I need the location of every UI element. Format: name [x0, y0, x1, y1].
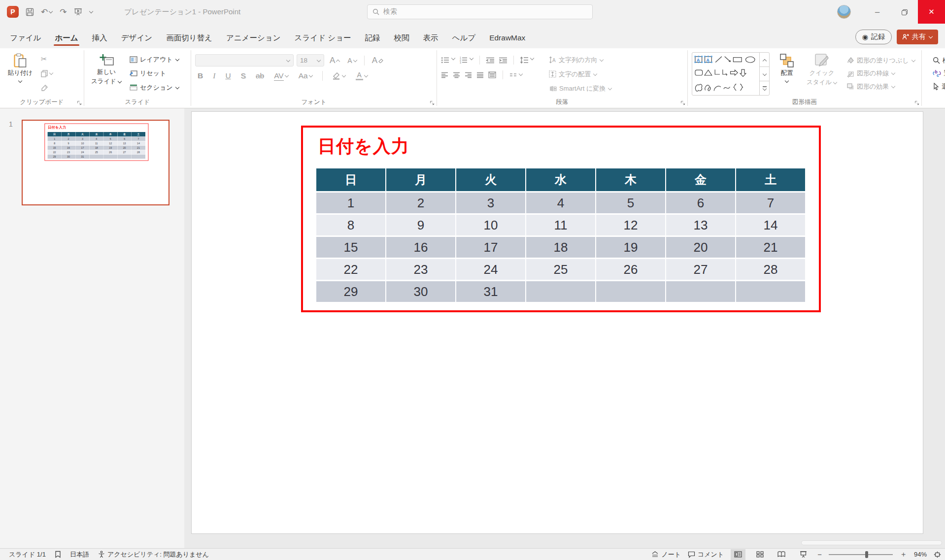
shapes-scroll-up[interactable] [760, 53, 769, 67]
character-spacing-button[interactable]: AV [271, 71, 291, 81]
font-color-button[interactable]: A [353, 71, 371, 81]
font-size-combo[interactable]: 18 [297, 54, 324, 66]
ribbon-tab-10[interactable]: ヘルプ [445, 28, 483, 48]
fit-to-window-button[interactable] [934, 551, 941, 558]
share-button[interactable]: 共有 [897, 30, 938, 44]
format-painter-button[interactable] [39, 82, 55, 94]
zoom-in-button[interactable]: ＋ [900, 550, 907, 559]
customize-qat-icon[interactable] [89, 10, 93, 14]
quick-styles-button[interactable]: クイック スタイル [804, 51, 840, 97]
align-center-button[interactable] [453, 72, 460, 78]
text-direction-button[interactable]: A 文字列の方向 [547, 54, 614, 66]
spell-check-icon[interactable] [55, 551, 61, 558]
bold-button[interactable]: B [195, 71, 205, 81]
start-slideshow-icon[interactable] [74, 8, 82, 16]
zoom-out-button[interactable]: − [817, 550, 822, 559]
slideshow-view-button[interactable] [796, 549, 810, 560]
text-shadow-button[interactable]: S [238, 71, 248, 81]
ribbon-tab-1[interactable]: ホーム [48, 28, 85, 48]
underline-button[interactable]: U [223, 71, 233, 81]
horizontal-scrollbar[interactable] [801, 540, 942, 545]
bullet-list-icon [441, 57, 449, 64]
ribbon-tab-0[interactable]: ファイル [3, 28, 48, 48]
copy-button[interactable] [39, 67, 55, 79]
justify-button[interactable] [476, 72, 484, 78]
ribbon-tab-6[interactable]: スライド ショー [288, 28, 358, 48]
decrease-indent-button[interactable] [486, 57, 495, 64]
arrange-button[interactable]: 配置 [772, 51, 802, 97]
slide-thumbnail[interactable]: 日付を入力 日月火水木金土123456789101112131415161718… [22, 120, 169, 205]
align-text-button[interactable]: 文字の配置 [547, 68, 614, 80]
columns-button[interactable] [509, 72, 523, 77]
clipboard-dialog-launcher[interactable] [77, 100, 82, 105]
select-button[interactable]: 選択 [931, 80, 945, 93]
shape-fill-button[interactable]: 図形の塗りつぶし [844, 54, 917, 66]
font-name-combo[interactable] [195, 54, 294, 66]
distribute-text-button[interactable] [488, 71, 496, 78]
align-right-button[interactable] [465, 72, 472, 78]
line-spacing-button[interactable] [520, 57, 534, 64]
convert-to-smartart-button[interactable]: SmartArt に変換 [547, 82, 614, 95]
notes-button[interactable]: ノート [651, 550, 681, 559]
align-left-button[interactable] [441, 72, 448, 78]
italic-button[interactable]: I [210, 71, 218, 81]
increase-indent-button[interactable] [499, 57, 507, 64]
layout-button[interactable]: レイアウト [128, 53, 181, 66]
language-indicator[interactable]: 日本語 [70, 550, 89, 559]
replace-button[interactable]: bc 置換 [931, 67, 945, 80]
slide-indicator[interactable]: スライド 1/1 [9, 550, 46, 559]
ribbon-tab-5[interactable]: アニメーション [219, 28, 288, 48]
powerpoint-logo-icon[interactable]: P [7, 6, 19, 18]
shapes-scroll-down[interactable] [760, 67, 769, 81]
find-button[interactable]: 検索 [931, 54, 945, 66]
ribbon-tab-11[interactable]: EdrawMax [482, 28, 532, 48]
reset-button[interactable]: リセット [128, 67, 181, 80]
ribbon-tab-3[interactable]: デザイン [114, 28, 159, 48]
search-box[interactable]: 検索 [367, 4, 593, 19]
paragraph-dialog-launcher[interactable] [680, 100, 685, 105]
font-dialog-launcher[interactable] [430, 100, 435, 105]
cut-button[interactable]: ✂ [39, 53, 55, 65]
chevron-down-icon[interactable] [49, 10, 53, 14]
decrease-font-button[interactable]: A [345, 56, 359, 65]
reading-view-button[interactable] [774, 549, 789, 560]
clear-formatting-button[interactable]: A [370, 55, 386, 66]
highlight-color-button[interactable] [330, 71, 348, 80]
slide-editing-surface[interactable]: 日付を入力 日月火水木金土123456789101112131415161718… [191, 111, 923, 534]
minimize-button[interactable]: ─ [864, 0, 891, 24]
shapes-gallery[interactable]: A A [692, 52, 770, 96]
paste-button[interactable]: 貼り付け [4, 51, 36, 97]
zoom-level[interactable]: 94% [914, 551, 927, 558]
calendar-weekday-header: 火 [75, 132, 89, 136]
numbering-button[interactable]: 123 [459, 57, 473, 64]
bullets-button[interactable] [441, 57, 455, 64]
redo-button[interactable]: ↷ [60, 7, 67, 17]
drawing-dialog-launcher[interactable] [914, 100, 919, 105]
comments-button[interactable]: コメント [688, 550, 724, 559]
ribbon-tab-7[interactable]: 記録 [358, 28, 387, 48]
restore-button[interactable] [891, 0, 918, 24]
avatar[interactable] [837, 5, 851, 19]
new-slide-button[interactable]: 新しい スライド [88, 51, 125, 97]
strikethrough-button[interactable]: ab [253, 71, 267, 81]
zoom-slider-thumb[interactable] [865, 551, 868, 558]
save-icon[interactable] [26, 8, 34, 16]
section-button[interactable]: セクション [128, 81, 181, 94]
calendar-table[interactable]: 日月火水木金土123456789101112131415161718192021… [315, 167, 806, 303]
shape-effects-button[interactable]: 図形の効果 [844, 80, 917, 93]
increase-font-button[interactable]: A [327, 55, 342, 66]
close-button[interactable]: ✕ [918, 0, 945, 24]
ribbon-tab-4[interactable]: 画面切り替え [159, 28, 219, 48]
zoom-slider[interactable] [829, 554, 893, 555]
shapes-more-button[interactable] [760, 81, 769, 95]
shape-outline-button[interactable]: 図形の枠線 [844, 67, 917, 80]
ribbon-tab-9[interactable]: 表示 [416, 28, 445, 48]
accessibility-status[interactable]: アクセシビリティ: 問題ありません [98, 550, 209, 559]
ribbon-tab-8[interactable]: 校閲 [387, 28, 416, 48]
normal-view-button[interactable] [731, 549, 745, 560]
ribbon-tab-2[interactable]: 挿入 [85, 28, 114, 48]
record-button[interactable]: ◉ 記録 [855, 30, 892, 44]
slide-sorter-view-button[interactable] [752, 549, 767, 560]
undo-button[interactable]: ↶ [41, 7, 53, 17]
change-case-button[interactable]: Aa [296, 71, 315, 81]
